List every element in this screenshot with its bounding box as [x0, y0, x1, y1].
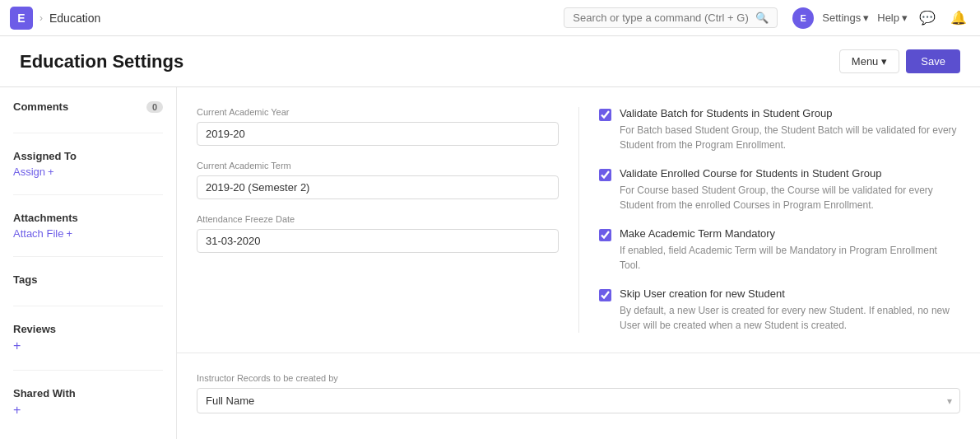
breadcrumb-label: Education — [49, 12, 100, 25]
assigned-to-label: Assigned To — [13, 150, 77, 162]
page-header: Education Settings Menu ▾ Save — [0, 36, 980, 87]
right-panel: Validate Batch for Students in Student G… — [578, 107, 960, 333]
sidebar-bottom: ♡ — [13, 432, 163, 439]
validate-batch-checkbox[interactable] — [599, 109, 611, 121]
validate-enrolled-course-checkbox[interactable] — [599, 169, 611, 181]
sidebar-tags-section: Tags — [13, 273, 163, 289]
add-review-button[interactable]: + — [13, 339, 21, 353]
search-bar[interactable]: 🔍 — [564, 7, 778, 28]
bottom-section: Instructor Records to be created by Full… — [177, 353, 980, 433]
current-academic-term-label: Current Academic Term — [197, 161, 559, 170]
nav-actions: E Settings ▾ Help ▾ 💬 🔔 — [792, 7, 970, 29]
instructor-records-group: Instructor Records to be created by Full… — [197, 373, 960, 413]
main-section: Current Academic Year Current Academic T… — [177, 87, 980, 353]
current-academic-year-group: Current Academic Year — [197, 107, 559, 146]
content-area: Current Academic Year Current Academic T… — [177, 87, 980, 439]
instructor-records-select-wrapper: Full Name Username Email ▾ — [197, 388, 960, 413]
sidebar-attachments-section: Attachments Attach File + — [13, 212, 163, 240]
validate-enrolled-course-desc: For Course based Student Group, the Cour… — [620, 183, 960, 212]
chat-icon[interactable]: 💬 — [916, 8, 939, 27]
comments-badge: 0 — [146, 101, 163, 113]
page-container: Education Settings Menu ▾ Save Comments … — [0, 36, 980, 439]
search-icon: 🔍 — [755, 12, 769, 24]
make-academic-term-mandatory-desc: If enabled, field Academic Term will be … — [620, 243, 960, 273]
sidebar-shared-with-section: Shared With + — [13, 387, 163, 418]
add-shared-button[interactable]: + — [13, 403, 21, 418]
instructor-records-label: Instructor Records to be created by — [197, 373, 960, 383]
sidebar: Comments 0 Assigned To Assign + Attachme… — [0, 87, 177, 439]
skip-user-creation-title: Skip User creation for new Student — [620, 287, 960, 300]
divider-1 — [13, 133, 163, 133]
page-title: Education Settings — [20, 51, 183, 72]
breadcrumb-chevron: › — [39, 12, 43, 24]
help-button[interactable]: Help ▾ — [877, 12, 908, 24]
notification-icon[interactable]: 🔔 — [947, 8, 970, 27]
navbar: E › Education 🔍 E Settings ▾ Help ▾ 💬 🔔 — [0, 0, 980, 36]
current-academic-term-input[interactable] — [197, 175, 559, 199]
comments-label: Comments — [13, 100, 68, 113]
checkbox-item-4: Skip User creation for new Student By de… — [599, 287, 960, 333]
instructor-records-select[interactable]: Full Name Username Email — [197, 388, 960, 413]
assign-link[interactable]: Assign + — [13, 166, 54, 178]
divider-3 — [13, 256, 163, 257]
make-academic-term-mandatory-checkbox[interactable] — [599, 229, 611, 241]
search-input[interactable] — [573, 12, 750, 24]
app-logo: E — [10, 7, 33, 30]
validate-batch-desc: For Batch based Student Group, the Stude… — [620, 123, 960, 152]
main-layout: Comments 0 Assigned To Assign + Attachme… — [0, 87, 980, 439]
checkbox-item-2: Validate Enrolled Course for Students in… — [599, 167, 960, 212]
attendance-freeze-date-input[interactable] — [197, 229, 559, 253]
sidebar-assigned-to-section: Assigned To Assign + — [13, 150, 163, 178]
header-actions: Menu ▾ Save — [839, 49, 960, 73]
menu-button[interactable]: Menu ▾ — [839, 49, 900, 73]
validate-enrolled-course-title: Validate Enrolled Course for Students in… — [620, 167, 960, 180]
attendance-freeze-date-group: Attendance Freeze Date — [197, 214, 559, 253]
reviews-label: Reviews — [13, 323, 56, 335]
current-academic-year-label: Current Academic Year — [197, 107, 559, 117]
tags-label: Tags — [13, 273, 37, 286]
divider-5 — [13, 370, 163, 371]
attachments-label: Attachments — [13, 212, 78, 224]
checkbox-item-3: Make Academic Term Mandatory If enabled,… — [599, 227, 960, 273]
divider-4 — [13, 306, 163, 306]
checkbox-item-1: Validate Batch for Students in Student G… — [599, 107, 960, 152]
left-panel: Current Academic Year Current Academic T… — [197, 107, 578, 333]
skip-user-creation-checkbox[interactable] — [599, 289, 611, 301]
divider-2 — [13, 194, 163, 195]
settings-button[interactable]: Settings ▾ — [822, 12, 869, 24]
make-academic-term-mandatory-title: Make Academic Term Mandatory — [620, 227, 960, 240]
save-button[interactable]: Save — [906, 49, 960, 73]
sidebar-comments-section: Comments 0 — [13, 100, 163, 116]
current-academic-year-input[interactable] — [197, 122, 559, 146]
attach-file-link[interactable]: Attach File + — [13, 227, 72, 240]
current-academic-term-group: Current Academic Term — [197, 161, 559, 199]
attendance-freeze-date-label: Attendance Freeze Date — [197, 214, 559, 224]
validate-batch-title: Validate Batch for Students in Student G… — [620, 107, 960, 119]
sidebar-reviews-section: Reviews + — [13, 323, 163, 353]
shared-with-label: Shared With — [13, 387, 76, 399]
user-avatar: E — [792, 7, 814, 29]
skip-user-creation-desc: By default, a new User is created for ev… — [620, 303, 960, 333]
